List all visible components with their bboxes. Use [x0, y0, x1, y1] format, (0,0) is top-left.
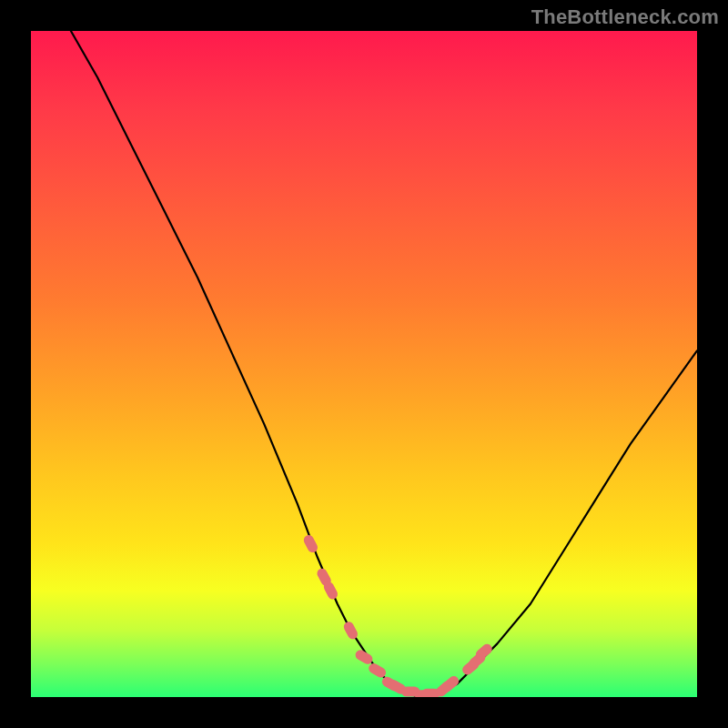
watermark-text: TheBottleneck.com [531, 5, 719, 29]
marker [342, 620, 359, 641]
marker [302, 533, 319, 554]
plot-area [31, 31, 697, 697]
highlighted-points [302, 533, 494, 697]
bottleneck-curve [71, 31, 697, 697]
curve-svg [31, 31, 697, 697]
chart-stage: TheBottleneck.com [0, 0, 728, 728]
